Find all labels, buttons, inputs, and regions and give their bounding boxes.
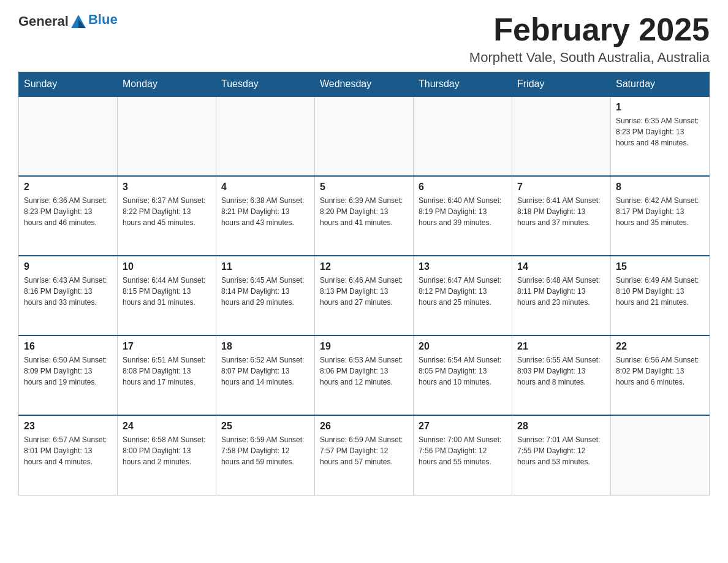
calendar-cell: 2Sunrise: 6:36 AM Sunset: 8:23 PM Daylig… xyxy=(19,176,118,256)
calendar-cell: 5Sunrise: 6:39 AM Sunset: 8:20 PM Daylig… xyxy=(315,176,414,256)
calendar-cell xyxy=(611,415,710,495)
day-header-row: Sunday Monday Tuesday Wednesday Thursday… xyxy=(19,72,710,97)
day-number: 2 xyxy=(24,182,112,193)
calendar-cell xyxy=(19,96,118,176)
logo-icon xyxy=(70,12,87,29)
day-info: Sunrise: 6:41 AM Sunset: 8:18 PM Dayligh… xyxy=(517,195,605,228)
day-number: 3 xyxy=(123,182,211,193)
day-info: Sunrise: 7:00 AM Sunset: 7:56 PM Dayligh… xyxy=(419,434,507,467)
day-number: 26 xyxy=(320,421,408,432)
title-area: February 2025 Morphett Vale, South Austr… xyxy=(469,12,710,66)
calendar-cell: 10Sunrise: 6:44 AM Sunset: 8:15 PM Dayli… xyxy=(118,256,216,335)
day-number: 24 xyxy=(123,421,211,432)
day-info: Sunrise: 6:45 AM Sunset: 8:14 PM Dayligh… xyxy=(221,275,309,308)
day-info: Sunrise: 6:42 AM Sunset: 8:17 PM Dayligh… xyxy=(616,195,704,228)
day-info: Sunrise: 6:40 AM Sunset: 8:19 PM Dayligh… xyxy=(419,195,507,228)
day-number: 22 xyxy=(616,341,704,352)
day-number: 8 xyxy=(616,182,704,193)
day-number: 25 xyxy=(221,421,309,432)
calendar-cell: 27Sunrise: 7:00 AM Sunset: 7:56 PM Dayli… xyxy=(414,415,512,495)
calendar-cell: 28Sunrise: 7:01 AM Sunset: 7:55 PM Dayli… xyxy=(512,415,611,495)
logo-general: General xyxy=(18,13,69,29)
day-number: 16 xyxy=(24,341,112,352)
day-info: Sunrise: 6:56 AM Sunset: 8:02 PM Dayligh… xyxy=(616,354,704,388)
day-number: 7 xyxy=(517,182,605,193)
calendar-week-5: 23Sunrise: 6:57 AM Sunset: 8:01 PM Dayli… xyxy=(19,415,710,495)
day-number: 6 xyxy=(419,182,507,193)
logo-blue: Blue xyxy=(88,12,118,27)
day-number: 5 xyxy=(320,182,408,193)
day-number: 10 xyxy=(123,261,211,272)
page-header: General Blue February 2025 Morphett Vale… xyxy=(18,12,710,66)
header-saturday: Saturday xyxy=(611,72,710,97)
calendar-header: Sunday Monday Tuesday Wednesday Thursday… xyxy=(19,72,710,97)
calendar-week-2: 2Sunrise: 6:36 AM Sunset: 8:23 PM Daylig… xyxy=(19,176,710,256)
day-number: 12 xyxy=(320,261,408,272)
calendar-cell: 15Sunrise: 6:49 AM Sunset: 8:10 PM Dayli… xyxy=(611,256,710,335)
header-sunday: Sunday xyxy=(19,72,118,97)
calendar-cell: 25Sunrise: 6:59 AM Sunset: 7:58 PM Dayli… xyxy=(216,415,315,495)
day-info: Sunrise: 6:59 AM Sunset: 7:58 PM Dayligh… xyxy=(221,434,309,467)
day-info: Sunrise: 6:48 AM Sunset: 8:11 PM Dayligh… xyxy=(517,275,605,308)
calendar-cell: 8Sunrise: 6:42 AM Sunset: 8:17 PM Daylig… xyxy=(611,176,710,256)
calendar-cell xyxy=(512,96,611,176)
calendar-cell: 17Sunrise: 6:51 AM Sunset: 8:08 PM Dayli… xyxy=(118,335,216,415)
calendar-cell xyxy=(216,96,315,176)
day-number: 15 xyxy=(616,261,704,272)
header-tuesday: Tuesday xyxy=(216,72,315,97)
calendar-cell: 24Sunrise: 6:58 AM Sunset: 8:00 PM Dayli… xyxy=(118,415,216,495)
day-info: Sunrise: 6:46 AM Sunset: 8:13 PM Dayligh… xyxy=(320,275,408,308)
calendar-cell: 4Sunrise: 6:38 AM Sunset: 8:21 PM Daylig… xyxy=(216,176,315,256)
calendar-week-4: 16Sunrise: 6:50 AM Sunset: 8:09 PM Dayli… xyxy=(19,335,710,415)
day-info: Sunrise: 6:49 AM Sunset: 8:10 PM Dayligh… xyxy=(616,275,704,308)
day-number: 28 xyxy=(517,421,605,432)
location-title: Morphett Vale, South Australia, Australi… xyxy=(469,50,710,66)
day-info: Sunrise: 7:01 AM Sunset: 7:55 PM Dayligh… xyxy=(517,434,605,467)
calendar-week-3: 9Sunrise: 6:43 AM Sunset: 8:16 PM Daylig… xyxy=(19,256,710,335)
calendar-cell: 20Sunrise: 6:54 AM Sunset: 8:05 PM Dayli… xyxy=(414,335,512,415)
calendar-cell: 26Sunrise: 6:59 AM Sunset: 7:57 PM Dayli… xyxy=(315,415,414,495)
calendar-cell: 14Sunrise: 6:48 AM Sunset: 8:11 PM Dayli… xyxy=(512,256,611,335)
header-monday: Monday xyxy=(118,72,216,97)
month-title: February 2025 xyxy=(469,12,710,47)
calendar-cell: 21Sunrise: 6:55 AM Sunset: 8:03 PM Dayli… xyxy=(512,335,611,415)
calendar-body: 1Sunrise: 6:35 AM Sunset: 8:23 PM Daylig… xyxy=(19,96,710,495)
day-info: Sunrise: 6:57 AM Sunset: 8:01 PM Dayligh… xyxy=(24,434,112,467)
calendar-cell: 9Sunrise: 6:43 AM Sunset: 8:16 PM Daylig… xyxy=(19,256,118,335)
calendar-week-1: 1Sunrise: 6:35 AM Sunset: 8:23 PM Daylig… xyxy=(19,96,710,176)
calendar-cell: 7Sunrise: 6:41 AM Sunset: 8:18 PM Daylig… xyxy=(512,176,611,256)
day-number: 23 xyxy=(24,421,112,432)
day-number: 20 xyxy=(419,341,507,352)
logo: General Blue xyxy=(18,12,118,31)
calendar-cell: 16Sunrise: 6:50 AM Sunset: 8:09 PM Dayli… xyxy=(19,335,118,415)
calendar-cell xyxy=(118,96,216,176)
day-info: Sunrise: 6:43 AM Sunset: 8:16 PM Dayligh… xyxy=(24,275,112,308)
calendar-cell xyxy=(414,96,512,176)
day-info: Sunrise: 6:44 AM Sunset: 8:15 PM Dayligh… xyxy=(123,275,211,308)
day-info: Sunrise: 6:38 AM Sunset: 8:21 PM Dayligh… xyxy=(221,195,309,228)
day-info: Sunrise: 6:55 AM Sunset: 8:03 PM Dayligh… xyxy=(517,354,605,388)
day-number: 14 xyxy=(517,261,605,272)
calendar-cell: 6Sunrise: 6:40 AM Sunset: 8:19 PM Daylig… xyxy=(414,176,512,256)
day-info: Sunrise: 6:58 AM Sunset: 8:00 PM Dayligh… xyxy=(123,434,211,467)
calendar-cell: 12Sunrise: 6:46 AM Sunset: 8:13 PM Dayli… xyxy=(315,256,414,335)
header-friday: Friday xyxy=(512,72,611,97)
day-number: 13 xyxy=(419,261,507,272)
day-info: Sunrise: 6:54 AM Sunset: 8:05 PM Dayligh… xyxy=(419,354,507,388)
day-number: 18 xyxy=(221,341,309,352)
day-info: Sunrise: 6:50 AM Sunset: 8:09 PM Dayligh… xyxy=(24,354,112,388)
calendar-cell: 19Sunrise: 6:53 AM Sunset: 8:06 PM Dayli… xyxy=(315,335,414,415)
day-number: 4 xyxy=(221,182,309,193)
day-info: Sunrise: 6:52 AM Sunset: 8:07 PM Dayligh… xyxy=(221,354,309,388)
calendar-cell: 13Sunrise: 6:47 AM Sunset: 8:12 PM Dayli… xyxy=(414,256,512,335)
calendar-cell: 18Sunrise: 6:52 AM Sunset: 8:07 PM Dayli… xyxy=(216,335,315,415)
calendar-cell: 3Sunrise: 6:37 AM Sunset: 8:22 PM Daylig… xyxy=(118,176,216,256)
day-info: Sunrise: 6:37 AM Sunset: 8:22 PM Dayligh… xyxy=(123,195,211,228)
day-info: Sunrise: 6:35 AM Sunset: 8:23 PM Dayligh… xyxy=(616,115,704,148)
day-number: 9 xyxy=(24,261,112,272)
day-number: 27 xyxy=(419,421,507,432)
day-info: Sunrise: 6:36 AM Sunset: 8:23 PM Dayligh… xyxy=(24,195,112,228)
day-info: Sunrise: 6:47 AM Sunset: 8:12 PM Dayligh… xyxy=(419,275,507,308)
calendar-cell xyxy=(315,96,414,176)
calendar-cell: 23Sunrise: 6:57 AM Sunset: 8:01 PM Dayli… xyxy=(19,415,118,495)
